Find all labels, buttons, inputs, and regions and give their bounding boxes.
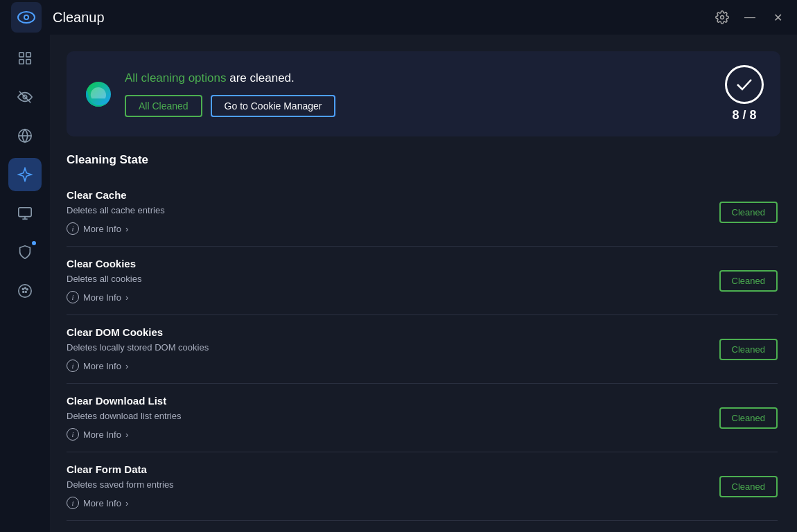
more-info-button[interactable]: i More Info › <box>67 222 128 235</box>
shield-badge <box>30 240 37 247</box>
svg-rect-7 <box>26 60 30 64</box>
cleaning-item: Clear Download List Deletes download lis… <box>67 384 778 452</box>
app-logo <box>11 2 42 33</box>
svg-rect-5 <box>26 53 30 57</box>
svg-point-20 <box>26 289 28 290</box>
all-cleaned-button[interactable]: All Cleaned <box>125 95 202 117</box>
more-info-label: More Info <box>83 361 121 371</box>
svg-point-2 <box>25 16 28 19</box>
info-icon: i <box>67 497 79 509</box>
sidebar-item-cleanup[interactable] <box>8 158 42 191</box>
chevron-right-icon: › <box>125 498 128 508</box>
summary-left: All cleaning options are cleaned. All Cl… <box>83 71 335 117</box>
svg-point-16 <box>22 288 24 290</box>
cleaned-badge: Cleaned <box>719 202 778 223</box>
cleaning-item: Clear Cache Deletes all cache entries i … <box>67 178 778 247</box>
cleaned-badge: Cleaned <box>719 407 778 429</box>
cleaning-item: Clear History Deletes browsing history i… <box>67 521 778 532</box>
item-title: Clear Download List <box>67 395 708 407</box>
settings-button[interactable] <box>714 9 730 26</box>
content-area: All cleaning options are cleaned. All Cl… <box>50 35 797 532</box>
headline-rest: are cleaned. <box>226 71 294 85</box>
titlebar: Cleanup — ✕ <box>0 0 797 35</box>
summary-right: 8 / 8 <box>725 65 764 123</box>
svg-point-15 <box>19 285 31 297</box>
sidebar-item-privacy[interactable] <box>8 80 42 114</box>
more-info-label: More Info <box>83 429 121 440</box>
cleaning-item-left: Clear Download List Deletes download lis… <box>67 395 708 441</box>
svg-point-19 <box>25 291 26 292</box>
item-description: Deletes all cache entries <box>67 205 708 215</box>
sidebar <box>0 35 50 532</box>
chevron-right-icon: › <box>125 224 128 234</box>
more-info-button[interactable]: i More Info › <box>67 497 128 509</box>
item-description: Deletes locally stored DOM cookies <box>67 342 708 353</box>
item-title: Clear Form Data <box>67 463 708 475</box>
more-info-button[interactable]: i More Info › <box>67 360 128 372</box>
cleaning-item-left: Clear Form Data Deletes saved form entri… <box>67 463 708 509</box>
cleaning-item: Clear DOM Cookies Deletes locally stored… <box>67 315 778 384</box>
more-info-label: More Info <box>83 498 121 508</box>
sidebar-item-monitor[interactable] <box>8 197 42 230</box>
cleaning-state-title: Cleaning State <box>67 153 780 167</box>
check-circle <box>725 65 764 104</box>
svg-point-3 <box>721 16 724 19</box>
summary-headline: All cleaning options are cleaned. <box>125 71 335 85</box>
info-icon: i <box>67 291 79 303</box>
item-title: Clear DOM Cookies <box>67 326 708 338</box>
cookie-manager-button[interactable]: Go to Cookie Manager <box>211 95 336 117</box>
browser-icon <box>83 79 114 109</box>
svg-point-18 <box>23 291 24 292</box>
headline-highlight: All cleaning options <box>125 71 226 85</box>
sidebar-item-shield[interactable] <box>8 236 42 269</box>
sidebar-item-dashboard[interactable] <box>8 42 42 75</box>
cleaning-items-scroll[interactable]: Clear Cache Deletes all cache entries i … <box>67 178 780 532</box>
more-info-label: More Info <box>83 224 121 234</box>
summary-buttons: All Cleaned Go to Cookie Manager <box>125 95 335 117</box>
cleaning-item: Clear Cookies Deletes all cookies i More… <box>67 247 778 315</box>
cleaned-badge: Cleaned <box>719 270 778 292</box>
svg-rect-6 <box>19 60 24 64</box>
chevron-right-icon: › <box>125 361 128 371</box>
content-inner: All cleaning options are cleaned. All Cl… <box>50 35 797 532</box>
more-info-button[interactable]: i More Info › <box>67 291 128 303</box>
cleaning-item-left: Clear Cookies Deletes all cookies i More… <box>67 258 708 303</box>
info-icon: i <box>67 222 79 235</box>
main-layout: All cleaning options are cleaned. All Cl… <box>0 35 797 532</box>
cleaning-item: Clear Form Data Deletes saved form entri… <box>67 452 778 521</box>
svg-rect-12 <box>19 208 31 217</box>
cleaned-badge: Cleaned <box>719 339 778 360</box>
score-display: 8 / 8 <box>732 108 756 123</box>
item-description: Deletes download list entries <box>67 411 708 421</box>
sidebar-item-web[interactable] <box>8 119 42 152</box>
chevron-right-icon: › <box>125 429 128 440</box>
summary-text-block: All cleaning options are cleaned. All Cl… <box>125 71 335 117</box>
minimize-button[interactable]: — <box>742 9 758 26</box>
sidebar-item-cookie[interactable] <box>8 274 42 308</box>
cleaning-item-left: Clear Cache Deletes all cache entries i … <box>67 189 708 235</box>
summary-banner: All cleaning options are cleaned. All Cl… <box>67 51 780 136</box>
item-description: Deletes saved form entries <box>67 479 708 490</box>
page-title: Cleanup <box>53 10 714 26</box>
close-button[interactable]: ✕ <box>769 9 786 26</box>
svg-point-17 <box>25 287 26 289</box>
info-icon: i <box>67 428 79 441</box>
cleaning-item-left: Clear DOM Cookies Deletes locally stored… <box>67 326 708 372</box>
cleaned-badge: Cleaned <box>719 476 778 497</box>
more-info-label: More Info <box>83 292 121 303</box>
cleaning-state-section: Cleaning State Clear Cache Deletes all c… <box>67 153 780 532</box>
chevron-right-icon: › <box>125 292 128 303</box>
item-description: Deletes all cookies <box>67 274 708 284</box>
svg-rect-4 <box>19 53 24 57</box>
info-icon: i <box>67 360 79 372</box>
window-controls: — ✕ <box>714 9 786 26</box>
item-title: Clear Cache <box>67 189 708 201</box>
more-info-button[interactable]: i More Info › <box>67 428 128 441</box>
item-title: Clear Cookies <box>67 258 708 269</box>
